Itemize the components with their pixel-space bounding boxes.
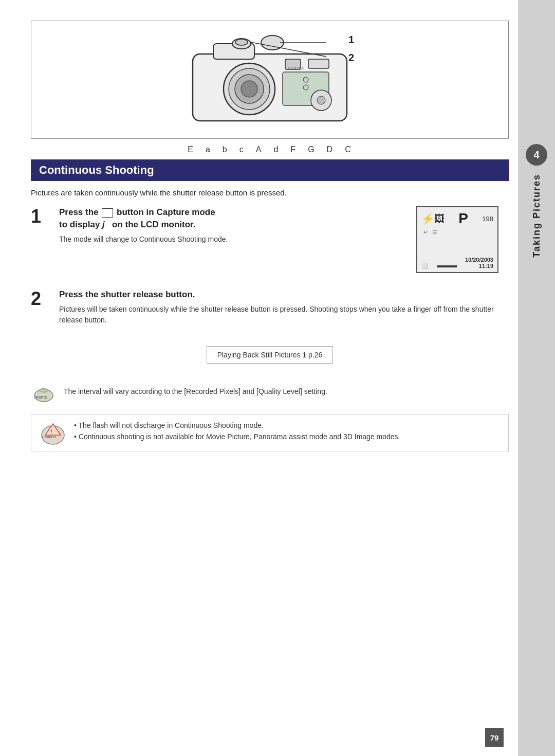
step-2-title: Press the shutter release button.	[59, 289, 509, 301]
alpha-d: d	[273, 145, 279, 154]
chapter-number: 4	[526, 144, 547, 166]
alpha-F: F	[290, 145, 297, 154]
alpha-b: b	[223, 145, 228, 154]
lcd-battery: ▬▬▬	[437, 261, 457, 269]
lcd-sub-icon: ↵	[423, 229, 428, 236]
svg-point-13	[303, 77, 308, 82]
reference-box: Playing Back Still Pictures 1 p.26	[207, 346, 334, 364]
alpha-E: E	[188, 145, 194, 154]
step-2-content: Press the shutter release button. Pictur…	[59, 289, 509, 326]
diagram-labels: 1 2	[348, 34, 354, 64]
svg-text:PENTAX: PENTAX	[288, 66, 304, 70]
svg-point-8	[241, 81, 257, 97]
caution-item-2: Continuous shooting is not available for…	[74, 431, 400, 442]
step-2-container: 2 Press the shutter release button. Pict…	[31, 289, 509, 326]
diagram-label-2: 2	[348, 52, 354, 64]
memo-icon: memo	[31, 384, 57, 405]
step-2-body: Pictures will be taken continuously whil…	[59, 304, 509, 326]
lcd-bottom-row: ⬜ ▬▬▬ 10/20/200311:19	[421, 257, 493, 269]
diagram-label-1: 1	[348, 34, 354, 46]
svg-point-12	[317, 96, 325, 104]
alpha-G: G	[308, 145, 315, 154]
caution-item-1: The flash will not discharge in Continuo…	[74, 420, 400, 431]
memo-icon-svg: memo	[31, 385, 56, 404]
lcd-drive-icon: ⬜	[421, 262, 429, 269]
section-title: Continuous Shooting	[31, 159, 509, 181]
caution-icon: Caution !	[39, 420, 67, 446]
alpha-D: D	[327, 145, 334, 154]
reference-text: Playing Back Still Pictures 1 p.26	[217, 351, 323, 359]
lcd-p-label: P	[458, 210, 468, 227]
lcd-datetime: 10/20/200311:19	[465, 257, 493, 269]
camera-diagram: PENTAX 1 2	[31, 21, 509, 139]
right-sidebar: 4 Taking Pictures	[518, 0, 555, 756]
camera-illustration: PENTAX	[182, 28, 357, 131]
caution-list: The flash will not discharge in Continuo…	[74, 420, 400, 443]
alphabet-row: E a b c A d F G D C	[31, 145, 509, 154]
step-1-container: 1 Press the button in Capture mode to di…	[31, 206, 509, 278]
svg-text:memo: memo	[34, 394, 47, 400]
step-1-number: 1	[31, 206, 59, 278]
lcd-count: 198	[482, 215, 493, 223]
lcd-monitor-diagram: ⚡🖼 P 198 ↵ ⊟ ⬜ ▬▬▬ 10/20/200311:19	[416, 206, 498, 273]
lcd-flash-icon: ⚡🖼	[421, 212, 445, 225]
svg-point-14	[303, 85, 308, 90]
intro-text: Pictures are taken continuously while th…	[31, 188, 509, 197]
lcd-middle: ↵ ⊟	[421, 229, 493, 236]
lcd-sub-right: ⊟	[432, 229, 437, 236]
lcd-top-row: ⚡🖼 P 198	[421, 210, 493, 227]
memo-text: The interval will vary according to the …	[64, 384, 327, 397]
step-1-button-text: button in Capture mode	[117, 207, 215, 217]
svg-point-3	[235, 39, 248, 45]
caution-note: Caution ! The flash will not discharge i…	[31, 414, 509, 452]
chapter-title: Taking Pictures	[531, 174, 542, 258]
svg-rect-15	[308, 59, 329, 68]
step-2-number: 2	[31, 289, 59, 326]
caution-icon-svg: Caution !	[39, 421, 67, 446]
alpha-c: c	[239, 145, 245, 154]
alpha-a: a	[206, 145, 211, 154]
page-number: 79	[485, 728, 504, 747]
svg-text:!: !	[51, 429, 52, 435]
caution-text: The flash will not discharge in Continuo…	[74, 420, 400, 443]
memo-note: memo The interval will vary according to…	[31, 384, 509, 405]
alpha-C: C	[345, 145, 352, 154]
alpha-A: A	[256, 145, 263, 154]
